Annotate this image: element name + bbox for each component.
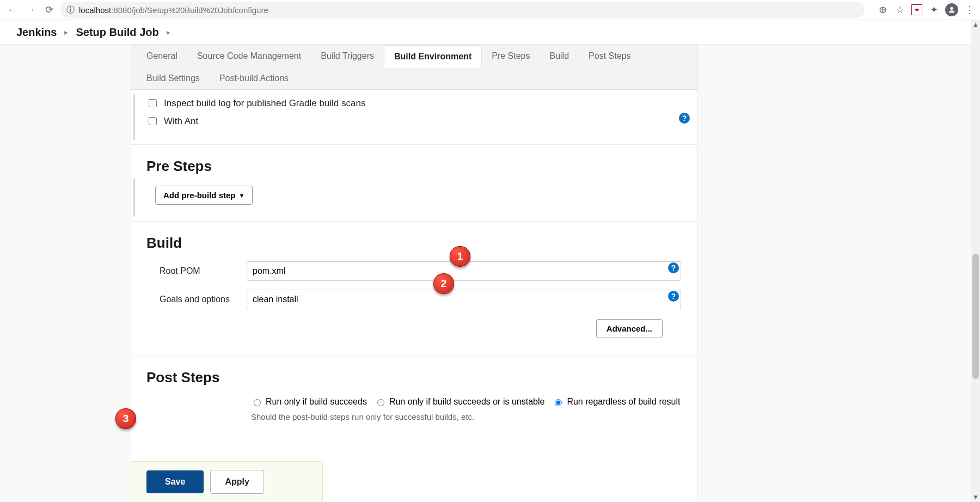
breadcrumb-job[interactable]: Setup Build Job	[76, 26, 158, 39]
checkbox-label: With Ant	[164, 116, 198, 127]
checkbox-inspect-gradle-input[interactable]	[149, 99, 157, 107]
checkbox-with-ant-input[interactable]	[149, 117, 157, 125]
post-steps-hint: Should the post-build steps run only for…	[142, 410, 687, 428]
browser-right-icons: ⊕ ☆ ⏷ ✦ ⋮	[877, 3, 976, 16]
url-path: /job/Setup%20Build%20Job/configure	[132, 5, 268, 15]
browser-toolbar: ← → ⟳ ⓘ localhost:8080/job/Setup%20Build…	[0, 0, 980, 20]
breadcrumb-root[interactable]: Jenkins	[16, 26, 57, 39]
radio-run-if-success[interactable]: Run only if build succeeds	[251, 397, 367, 407]
help-icon[interactable]: ?	[679, 113, 690, 124]
tab-build-environment[interactable]: Build Environment	[384, 45, 482, 68]
mcafee-icon[interactable]: ⏷	[911, 4, 922, 15]
radio-label: Run only if build succeeds or is unstabl…	[389, 397, 545, 407]
build-environment-section: Inspect build log for published Gradle b…	[131, 90, 697, 145]
checkbox-inspect-gradle[interactable]: Inspect build log for published Gradle b…	[142, 94, 687, 112]
tab-pre-steps[interactable]: Pre Steps	[482, 45, 540, 68]
footer-actions: Save Apply	[131, 461, 323, 502]
goals-label: Goals and options	[160, 295, 247, 304]
back-button[interactable]: ←	[4, 2, 20, 17]
tab-build-settings[interactable]: Build Settings	[137, 68, 210, 89]
info-icon: ⓘ	[66, 5, 75, 15]
root-pom-label: Root POM	[160, 266, 247, 276]
profile-icon[interactable]	[945, 3, 958, 16]
annotation-badge-1: 1	[450, 246, 470, 267]
apply-button[interactable]: Apply	[210, 470, 264, 494]
scroll-down-icon[interactable]: ▼	[972, 492, 979, 502]
radio-label: Run only if build succeeds	[266, 397, 367, 407]
chevron-right-icon: ▸	[167, 28, 170, 36]
address-bar[interactable]: ⓘ localhost:8080/job/Setup%20Build%20Job…	[60, 2, 865, 18]
tab-general[interactable]: General	[137, 45, 187, 68]
zoom-icon[interactable]: ⊕	[877, 4, 889, 16]
button-label: Add pre-build step	[163, 191, 236, 200]
build-section: Build Root POM ? Goals and options ? Adv…	[131, 222, 697, 356]
add-pre-build-step-button[interactable]: Add pre-build step ▼	[155, 186, 253, 205]
radio-run-regardless[interactable]: Run regardless of build result	[552, 397, 680, 407]
scroll-up-icon[interactable]: ▲	[972, 20, 979, 29]
annotation-badge-2: 2	[433, 273, 454, 294]
save-button[interactable]: Save	[146, 470, 204, 493]
config-panel: General Source Code Management Build Tri…	[131, 45, 698, 502]
scrollbar[interactable]: ▲ ▼	[971, 20, 980, 502]
radio-input[interactable]	[377, 399, 384, 406]
tab-build-triggers[interactable]: Build Triggers	[311, 45, 384, 68]
star-icon[interactable]: ☆	[894, 4, 906, 16]
content-area: General Source Code Management Build Tri…	[0, 45, 980, 502]
kebab-menu-icon[interactable]: ⋮	[964, 4, 976, 16]
root-pom-row: Root POM ?	[142, 257, 687, 285]
post-steps-radio-group: Run only if build succeeds Run only if b…	[142, 391, 687, 410]
breadcrumb: Jenkins ▸ Setup Build Job ▸	[0, 20, 980, 45]
tab-scm[interactable]: Source Code Management	[187, 45, 311, 68]
section-heading-build: Build	[146, 235, 682, 252]
forward-button[interactable]: →	[23, 2, 38, 17]
reload-button[interactable]: ⟳	[41, 2, 57, 17]
pre-steps-section: Pre Steps Add pre-build step ▼	[131, 145, 697, 222]
tab-post-steps[interactable]: Post Steps	[579, 45, 640, 68]
scrollbar-thumb[interactable]	[972, 254, 979, 379]
advanced-button[interactable]: Advanced...	[596, 319, 663, 338]
annotation-badge-3: 3	[115, 408, 136, 429]
extensions-icon[interactable]: ✦	[928, 4, 940, 16]
radio-label: Run regardless of build result	[567, 397, 680, 407]
config-tabs: General Source Code Management Build Tri…	[131, 45, 697, 90]
section-heading-post-steps: Post Steps	[146, 369, 682, 386]
url-port: :8080	[111, 5, 132, 15]
caret-down-icon: ▼	[239, 192, 245, 199]
svg-point-0	[950, 7, 953, 10]
post-steps-section: Post Steps Run only if build succeeds Ru…	[131, 356, 697, 442]
checkbox-label: Inspect build log for published Gradle b…	[164, 98, 365, 109]
url-host: localhost	[79, 5, 111, 15]
tab-post-build-actions[interactable]: Post-build Actions	[210, 68, 298, 89]
radio-run-if-unstable[interactable]: Run only if build succeeds or is unstabl…	[375, 397, 545, 407]
goals-input[interactable]	[247, 290, 681, 309]
section-accent	[133, 94, 135, 140]
radio-input[interactable]	[254, 399, 261, 406]
section-heading-pre-steps: Pre Steps	[146, 158, 682, 175]
chevron-right-icon: ▸	[64, 28, 68, 36]
tab-build[interactable]: Build	[540, 45, 579, 68]
section-accent	[133, 179, 135, 217]
checkbox-with-ant[interactable]: With Ant ?	[142, 112, 687, 130]
help-icon[interactable]: ?	[668, 291, 679, 302]
help-icon[interactable]: ?	[668, 262, 679, 273]
radio-input[interactable]	[555, 399, 562, 406]
goals-row: Goals and options ?	[142, 285, 687, 314]
